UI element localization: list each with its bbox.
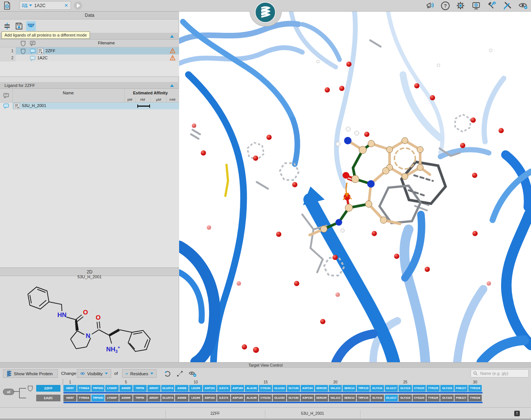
hide-selection-button[interactable] — [188, 369, 197, 378]
view-settings-button[interactable] — [518, 1, 528, 10]
residue-cell-gly193[interactable]: GLY193 — [287, 385, 300, 392]
load-file-button[interactable] — [3, 1, 12, 10]
residue-cell-glu217[interactable]: GLU217 — [385, 395, 398, 401]
residue-cell-glu192[interactable]: GLU192 — [273, 395, 286, 401]
residue-cell-asn95[interactable]: ASN95 — [119, 395, 132, 401]
residue-cell-gly193[interactable]: GLY193 — [287, 395, 300, 401]
residue-cell-ile174[interactable]: ILE174 — [217, 395, 230, 401]
residue-cell-trp215[interactable]: TRP215 — [357, 385, 370, 392]
ligand-row[interactable]: 53U_H_2001 — [0, 103, 179, 109]
residue-cell-ser195[interactable]: SER195 — [315, 385, 328, 392]
residue-cell-gly219[interactable]: GLY219 — [399, 395, 412, 401]
show-whole-protein-button[interactable]: Show Whole Protein — [3, 369, 58, 378]
residue-cell-gly226[interactable]: GLY226 — [440, 385, 453, 392]
comment-icon[interactable] — [30, 48, 35, 54]
settings-button[interactable] — [456, 1, 465, 10]
residue-cell-tyr60a[interactable]: TYR60A — [77, 395, 90, 401]
details-list-icon[interactable] — [37, 48, 43, 54]
residue-cell-cys191[interactable]: CYS191 — [259, 385, 272, 392]
residue-cell-his57[interactable]: HIS57 — [63, 385, 76, 392]
pdb-source-caret-icon[interactable] — [29, 4, 32, 6]
residue-cell-trp60d[interactable]: TRP60D — [91, 385, 104, 392]
sequence-row-label-2zff[interactable]: 2ZFF — [36, 385, 60, 392]
residue-cell-glu97a[interactable]: GLU97A — [161, 385, 174, 392]
collapse-arrow-icon[interactable] — [170, 35, 174, 38]
residue-cell-cys220[interactable]: CYS220 — [413, 385, 426, 392]
add-ligands-mode-button[interactable] — [26, 21, 36, 31]
residue-cell-ser214[interactable]: SER214 — [343, 395, 356, 401]
residue-search-box[interactable] — [471, 369, 529, 377]
file-name[interactable]: 2ZFF — [46, 47, 55, 54]
residue-cell-asp189[interactable]: ASP189 — [231, 385, 244, 392]
shield-icon[interactable] — [21, 48, 26, 54]
residue-cell-gly226[interactable]: GLY226 — [440, 395, 453, 401]
shield-icon[interactable] — [28, 385, 33, 391]
residue-cell-gly219[interactable]: GLY219 — [399, 385, 412, 392]
residue-cell-ile174[interactable]: ILE174 — [217, 385, 230, 392]
design-tools-button[interactable] — [503, 1, 512, 10]
collapse-arrow-icon[interactable] — [170, 84, 174, 87]
residue-cell-glu192[interactable]: GLU192 — [273, 385, 286, 392]
residue-cell-cys191[interactable]: CYS191 — [259, 395, 272, 401]
residue-cell-val213[interactable]: VAL213 — [329, 395, 342, 401]
ligand-name[interactable]: 53U_H_2001 — [22, 103, 46, 108]
residue-cell-ser214[interactable]: SER214 — [343, 385, 356, 392]
residue-cell-tyr60a[interactable]: TYR60A — [77, 385, 90, 392]
residue-cell-leu99[interactable]: LEU99 — [189, 395, 202, 401]
residue-cell-arg97[interactable]: ARG97 — [147, 385, 160, 392]
sequence-row-label-1a2c[interactable]: 1A2C — [36, 395, 60, 401]
pdb-code-input[interactable] — [34, 3, 63, 9]
residue-cell-asn95[interactable]: ASN95 — [119, 385, 132, 392]
protein-3d-viewport[interactable]: .stk path{stroke:#A7ABB1;stroke-width:5;… — [179, 11, 531, 362]
save-button[interactable] — [14, 21, 24, 31]
residue-cell-val213[interactable]: VAL213 — [329, 385, 342, 392]
pdb-search-group[interactable]: RCSB PDB ✕ — [19, 1, 71, 10]
file-name[interactable]: 1A2C — [37, 54, 48, 62]
residue-cell-glu97a[interactable]: GLU97A — [161, 395, 174, 401]
residue-cell-asp194[interactable]: ASP194 — [301, 395, 314, 401]
residue-cell-ala190[interactable]: ALA190 — [245, 385, 258, 392]
residue-cell-ser195[interactable]: SER195 — [315, 395, 328, 401]
residue-cell-leu99[interactable]: LEU99 — [189, 385, 202, 392]
residue-cell-asp102[interactable]: ASP102 — [203, 385, 216, 392]
details-list-icon[interactable] — [14, 103, 20, 109]
warning-icon[interactable] — [170, 48, 175, 53]
comment-icon[interactable] — [30, 56, 35, 61]
residue-cell-gly216[interactable]: GLY216 — [371, 395, 384, 401]
residue-cell-his57[interactable]: HIS57 — [63, 395, 76, 401]
residue-cell-lys60f[interactable]: LYS60F — [105, 395, 118, 401]
file-row-1a2c[interactable]: 2 1A2C — [0, 54, 179, 62]
tools-button[interactable] — [487, 1, 497, 10]
residue-cell-trp96[interactable]: TRP96 — [133, 395, 146, 401]
reset-view-button[interactable] — [163, 369, 172, 378]
residue-cell-phe227[interactable]: PHE227 — [455, 395, 468, 401]
load-play-button[interactable] — [74, 1, 82, 10]
comment-icon[interactable] — [3, 103, 9, 109]
visibility-dropdown[interactable]: Visibility — [77, 369, 111, 378]
residue-cell-tyr228[interactable]: TYR228 — [468, 395, 481, 401]
residue-cell-glu217[interactable]: GLU217 — [385, 385, 398, 392]
residue-search-input[interactable] — [480, 371, 526, 376]
announcement-button[interactable] — [425, 1, 435, 10]
clear-input-icon[interactable]: ✕ — [64, 3, 68, 8]
notification-icon[interactable]: ! — [514, 411, 520, 416]
residue-cell-asn98[interactable]: ASN98 — [175, 385, 188, 392]
help-button[interactable]: ? — [441, 1, 450, 10]
residue-cell-asp102[interactable]: ASP102 — [203, 395, 216, 401]
residue-cell-trp96[interactable]: TRP96 — [133, 385, 146, 392]
residues-dropdown[interactable]: Residues — [122, 369, 157, 378]
residue-cell-ala190[interactable]: ALA190 — [245, 395, 258, 401]
warning-icon[interactable] — [170, 55, 175, 60]
residue-cell-cys220[interactable]: CYS220 — [413, 395, 426, 401]
residue-cell-gly216[interactable]: GLY216 — [371, 385, 384, 392]
residue-cell-tyr228[interactable]: TYR228 — [468, 385, 481, 392]
residue-cell-tyr225[interactable]: TYR225 — [427, 395, 440, 401]
file-row-2zff[interactable]: 1 2ZFF — [0, 47, 179, 54]
residue-cell-trp215[interactable]: TRP215 — [357, 395, 370, 401]
measure-distance-button[interactable] — [175, 369, 184, 378]
display-settings-button[interactable] — [471, 1, 481, 10]
residue-cell-lys60f[interactable]: LYS60F — [105, 385, 118, 392]
add-data-button[interactable] — [2, 21, 12, 31]
residue-cell-phe227[interactable]: PHE227 — [455, 385, 468, 392]
residue-cell-asp194[interactable]: ASP194 — [301, 385, 314, 392]
